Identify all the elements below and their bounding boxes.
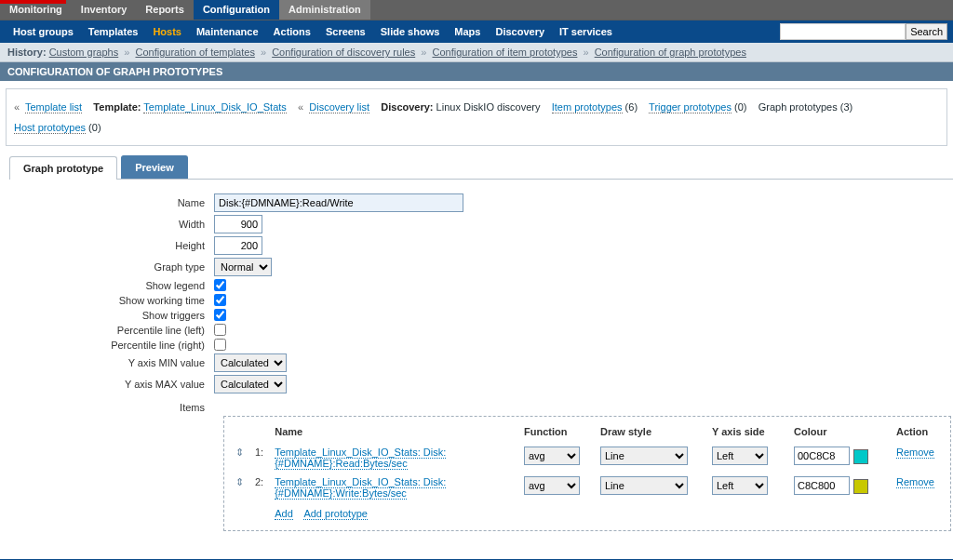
form-tab-graph-prototype[interactable]: Graph prototype — [9, 156, 117, 180]
ymax-label: Y axis MAX value — [9, 379, 214, 390]
history-link-2[interactable]: Configuration of discovery rules — [272, 47, 415, 58]
col-colour: Colour — [788, 422, 891, 443]
draw-select-2[interactable]: Line — [600, 476, 688, 495]
history-link-1[interactable]: Configuration of templates — [135, 47, 254, 58]
host-prototypes-link[interactable]: Host prototypes — [14, 122, 86, 134]
tab-inventory[interactable]: Inventory — [72, 0, 137, 20]
percentile-left-label: Percentile line (left) — [9, 325, 214, 336]
trigger-prototypes-count: (0) — [734, 101, 746, 113]
draw-select-1[interactable]: Line — [600, 447, 688, 465]
item-row-1: ⇕ 1: Template_Linux_Disk_IO_Stats: Disk:… — [230, 443, 945, 473]
function-select-1[interactable]: avg — [524, 447, 580, 465]
search-input[interactable] — [780, 23, 906, 40]
subnav-templates[interactable]: Templates — [81, 22, 146, 41]
function-select-2[interactable]: avg — [524, 476, 580, 495]
subnav-maps[interactable]: Maps — [447, 22, 488, 41]
show-legend-checkbox[interactable] — [214, 279, 226, 291]
tab-administration[interactable]: Administration — [279, 0, 370, 20]
form-tab-preview[interactable]: Preview — [121, 155, 188, 179]
page-title: CONFIGURATION OF GRAPH PROTOTYPES — [0, 62, 953, 81]
colour-swatch-2[interactable] — [853, 479, 868, 494]
remove-link-2[interactable]: Remove — [896, 476, 934, 488]
subnav-maintenance[interactable]: Maintenance — [189, 22, 266, 41]
graph-type-label: Graph type — [9, 261, 214, 273]
template-link[interactable]: Template_Linux_Disk_IO_Stats — [143, 101, 286, 113]
height-label: Height — [9, 240, 214, 251]
item-name-link-1[interactable]: Template_Linux_Disk_IO_Stats: Disk:{#DMN… — [275, 447, 446, 470]
subnav-actions[interactable]: Actions — [266, 22, 318, 41]
graph-prototypes-count: (3) — [840, 101, 852, 113]
yaxis-select-1[interactable]: Left — [712, 447, 768, 465]
trigger-prototypes-link[interactable]: Trigger prototypes — [649, 101, 732, 113]
col-function: Function — [518, 422, 595, 443]
subnav-discovery[interactable]: Discovery — [488, 22, 552, 41]
item-prototypes-count: (6) — [625, 101, 638, 113]
row-index-1: 1: — [249, 443, 269, 473]
graph-type-select[interactable]: Normal — [214, 258, 272, 276]
subnav-hosts[interactable]: Hosts — [145, 22, 189, 41]
history-label: History: — [7, 47, 47, 58]
add-item-link[interactable]: Add — [275, 508, 293, 520]
colour-input-1[interactable] — [794, 447, 850, 465]
discovery-list-link[interactable]: Discovery list — [309, 101, 369, 113]
colour-swatch-1[interactable] — [853, 449, 868, 464]
template-list-link[interactable]: Template list — [25, 101, 82, 113]
search-button[interactable]: Search — [906, 23, 947, 40]
name-label: Name — [9, 197, 214, 208]
tab-configuration[interactable]: Configuration — [194, 0, 279, 20]
item-row-2: ⇕ 2: Template_Linux_Disk_IO_Stats: Disk:… — [230, 473, 945, 502]
host-prototypes-count: (0) — [88, 122, 101, 133]
percentile-left-checkbox[interactable] — [214, 324, 226, 336]
history-link-4[interactable]: Configuration of graph prototypes — [595, 47, 746, 58]
col-action: Action — [891, 422, 945, 443]
col-draw: Draw style — [595, 422, 706, 443]
subnav-slide-shows[interactable]: Slide shows — [373, 22, 448, 41]
discovery-name: Linux DiskIO discovery — [436, 101, 541, 113]
history-link-0[interactable]: Custom graphs — [49, 47, 119, 58]
width-label: Width — [9, 219, 214, 230]
item-name-link-2[interactable]: Template_Linux_Disk_IO_Stats: Disk:{#DMN… — [275, 476, 446, 500]
ymin-select[interactable]: Calculated — [214, 353, 287, 372]
col-name: Name — [269, 422, 518, 443]
history-link-3[interactable]: Configuration of item prototypes — [432, 47, 577, 58]
show-legend-label: Show legend — [9, 280, 214, 291]
item-prototypes-link[interactable]: Item prototypes — [552, 101, 623, 113]
template-label: Template: — [93, 101, 141, 113]
col-yaxis: Y axis side — [706, 422, 788, 443]
row-index-2: 2: — [249, 473, 269, 502]
subnav-screens[interactable]: Screens — [318, 22, 373, 41]
drag-handle-icon[interactable]: ⇕ — [230, 443, 249, 473]
width-input[interactable] — [214, 215, 262, 233]
add-prototype-link[interactable]: Add prototype — [303, 508, 368, 520]
yaxis-select-2[interactable]: Left — [712, 476, 768, 495]
remove-link-1[interactable]: Remove — [896, 447, 934, 459]
items-label: Items — [9, 396, 214, 413]
indicator-red — [0, 0, 66, 4]
percentile-right-checkbox[interactable] — [214, 339, 226, 351]
graph-prototypes-label: Graph prototypes — [758, 101, 838, 113]
ymax-select[interactable]: Calculated — [214, 375, 287, 393]
subnav-host-groups[interactable]: Host groups — [6, 22, 81, 41]
height-input[interactable] — [214, 236, 262, 255]
colour-input-2[interactable] — [794, 476, 850, 495]
history-bar: History: Custom graphs » Configuration o… — [0, 43, 953, 62]
show-working-time-label: Show working time — [9, 295, 214, 306]
show-triggers-label: Show triggers — [9, 310, 214, 321]
name-input[interactable] — [214, 193, 463, 212]
subnav-it-services[interactable]: IT services — [552, 22, 620, 41]
items-box: Name Function Draw style Y axis side Col… — [223, 416, 951, 531]
ymin-label: Y axis MIN value — [9, 357, 214, 368]
discovery-label: Discovery: — [381, 101, 433, 113]
prototype-nav: « Template list Template: Template_Linux… — [6, 88, 947, 146]
tab-reports[interactable]: Reports — [136, 0, 194, 20]
percentile-right-label: Percentile line (right) — [9, 340, 214, 351]
drag-handle-icon[interactable]: ⇕ — [230, 473, 249, 502]
show-triggers-checkbox[interactable] — [214, 309, 226, 321]
show-working-time-checkbox[interactable] — [214, 294, 226, 306]
